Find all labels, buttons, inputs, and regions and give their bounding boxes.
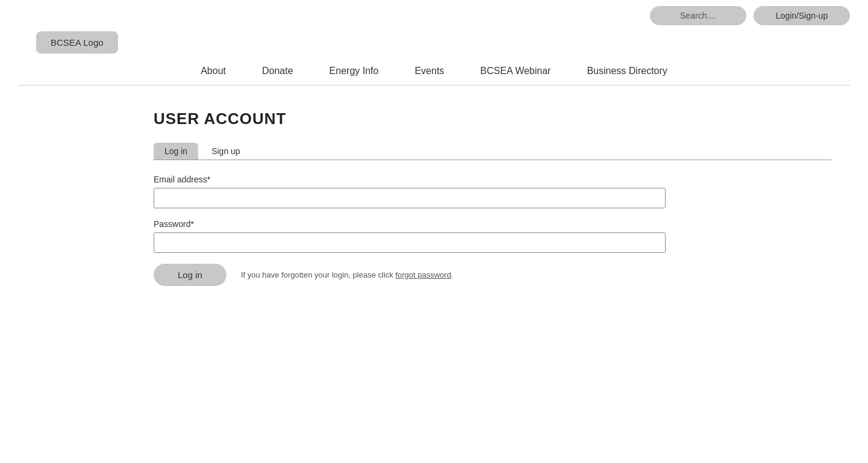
login-button-row: Log in If you have forgotten your login,… xyxy=(154,264,832,286)
nav-item-donate[interactable]: Donate xyxy=(262,66,293,76)
forgot-suffix: . xyxy=(451,270,454,279)
main-nav: About Donate Energy Info Events BCSEA We… xyxy=(0,60,868,85)
password-label: Password* xyxy=(154,219,832,229)
nav-item-energy-info[interactable]: Energy Info xyxy=(329,66,379,76)
page-title: USER ACCOUNT xyxy=(154,110,832,128)
tab-login[interactable]: Log in xyxy=(154,143,198,160)
login-button[interactable]: Log in xyxy=(154,264,226,286)
email-group: Email address* xyxy=(154,175,832,208)
forgot-password-link[interactable]: forgot password xyxy=(395,270,451,279)
login-form: Email address* Password* Log in If you h… xyxy=(154,175,832,286)
nav-item-events[interactable]: Events xyxy=(414,66,444,76)
login-signup-button[interactable]: Login/Sign-up xyxy=(754,6,850,25)
logo[interactable]: BCSEA Logo xyxy=(36,31,118,54)
tab-signup[interactable]: Sign up xyxy=(201,143,251,160)
email-label: Email address* xyxy=(154,175,832,184)
password-input[interactable] xyxy=(154,232,666,253)
nav-item-about[interactable]: About xyxy=(201,66,226,76)
email-input[interactable] xyxy=(154,188,666,208)
nav-item-business-directory[interactable]: Business Directory xyxy=(587,66,667,76)
search-button[interactable]: Search.... xyxy=(650,6,746,25)
forgot-prefix: If you have forgotten your login, please… xyxy=(241,270,396,279)
forgot-password-text: If you have forgotten your login, please… xyxy=(241,270,454,279)
account-tabs: Log in Sign up xyxy=(154,143,832,160)
header: BCSEA Logo xyxy=(0,31,868,60)
nav-item-bcsea-webinar[interactable]: BCSEA Webinar xyxy=(480,66,551,76)
top-bar: Search.... Login/Sign-up xyxy=(0,0,868,31)
password-group: Password* xyxy=(154,219,832,253)
main-content: USER ACCOUNT Log in Sign up Email addres… xyxy=(0,85,868,310)
